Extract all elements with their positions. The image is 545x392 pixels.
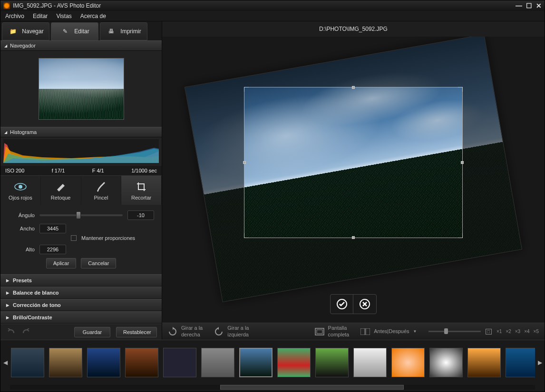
crop-handle-tr[interactable] bbox=[458, 87, 463, 92]
reset-button[interactable]: Restablecer bbox=[116, 327, 157, 337]
zoom-x3[interactable]: ×3 bbox=[515, 329, 520, 334]
angle-value[interactable]: -10 bbox=[127, 210, 154, 220]
confirm-button[interactable] bbox=[331, 295, 353, 314]
thumbnail[interactable] bbox=[125, 348, 158, 377]
filmstrip-scrollbar[interactable] bbox=[10, 385, 535, 390]
zoom-x5[interactable]: ×5 bbox=[534, 329, 539, 334]
acc-presets[interactable]: ▶Presets bbox=[0, 274, 162, 287]
zoom-slider[interactable] bbox=[428, 331, 481, 332]
height-value[interactable]: 2296 bbox=[39, 245, 66, 254]
main-toolbar: Girar a la derecha Girar a la izquierda … bbox=[162, 323, 545, 340]
redo-icon[interactable] bbox=[21, 328, 32, 336]
split-icon bbox=[360, 327, 370, 336]
tool-retouch[interactable]: Retoque bbox=[41, 176, 81, 205]
tab-edit[interactable]: ✎ Editar bbox=[51, 22, 98, 40]
fit-screen-icon[interactable]: □ bbox=[486, 329, 492, 335]
brush-icon bbox=[94, 181, 107, 193]
crop-handle-rm[interactable] bbox=[461, 161, 464, 164]
thumbnail[interactable] bbox=[315, 348, 349, 377]
tool-brush[interactable]: Pincel bbox=[81, 176, 122, 205]
cancel-button[interactable]: Cancelar bbox=[81, 258, 116, 268]
before-after-button[interactable]: Antes|Después ▼ bbox=[360, 327, 417, 336]
collapse-icon: ◢ bbox=[4, 44, 7, 48]
apply-button[interactable]: Aplicar bbox=[46, 258, 77, 268]
exif-bar: ISO 200 f 17/1 F 4/1 1/1000 sec bbox=[0, 166, 162, 175]
thumbnail[interactable] bbox=[11, 348, 44, 377]
save-button[interactable]: Guardar bbox=[74, 327, 110, 337]
keep-ratio-checkbox[interactable] bbox=[71, 235, 77, 241]
menu-edit[interactable]: Editar bbox=[33, 13, 48, 19]
thumbnail[interactable] bbox=[467, 348, 501, 377]
tool-crop[interactable]: Recortar bbox=[121, 176, 162, 205]
sidebar-footer: Guardar Restablecer bbox=[0, 324, 162, 340]
angle-slider[interactable] bbox=[39, 214, 123, 216]
thumbnail[interactable] bbox=[87, 348, 120, 377]
navigator-preview[interactable] bbox=[0, 51, 162, 127]
acc-label: Brillo/Contraste bbox=[13, 315, 52, 320]
panel-histogram-header[interactable]: ◢ Histograma bbox=[0, 127, 162, 137]
exif-shutter: 1/1000 sec bbox=[131, 168, 157, 173]
adjustments-accordion: ▶Presets ▶Balance de blanco ▶Corrección … bbox=[0, 274, 162, 324]
minimize-button[interactable]: — bbox=[516, 2, 522, 10]
acc-label: Corrección de tono bbox=[13, 302, 61, 308]
menu-about[interactable]: Acerca de bbox=[80, 13, 106, 19]
crop-handle-tl[interactable] bbox=[244, 87, 249, 92]
sidebar: 📁 Navegar ✎ Editar 🖶 Imprimir ◢ Navegado… bbox=[0, 21, 162, 340]
acc-brightness[interactable]: ▶Brillo/Contraste bbox=[0, 311, 162, 324]
acc-white-balance[interactable]: ▶Balance de blanco bbox=[0, 287, 162, 299]
zoom-x2[interactable]: ×2 bbox=[506, 329, 511, 334]
svg-rect-5 bbox=[317, 330, 322, 334]
acc-tone[interactable]: ▶Corrección de tono bbox=[0, 299, 162, 311]
button-label: Pantalla completa bbox=[328, 325, 350, 337]
eye-icon bbox=[14, 181, 27, 193]
menu-file[interactable]: Archivo bbox=[5, 13, 24, 19]
crop-controls: Ángulo -10 Ancho 3445 Mantener proporcio… bbox=[0, 205, 162, 274]
tab-browse[interactable]: 📁 Navegar bbox=[2, 22, 49, 40]
crop-handle-lm[interactable] bbox=[243, 161, 246, 164]
menu-views[interactable]: Vistas bbox=[56, 13, 71, 19]
zoom-x1[interactable]: ×1 bbox=[496, 329, 502, 334]
thumbnail[interactable] bbox=[353, 348, 387, 377]
chevron-right-icon: ▶ bbox=[6, 291, 9, 295]
histogram-panel bbox=[0, 137, 162, 166]
canvas[interactable] bbox=[162, 37, 545, 323]
rotate-right-button[interactable]: Girar a la derecha bbox=[168, 325, 203, 337]
crop-handle-bl[interactable] bbox=[244, 233, 249, 238]
crop-rectangle[interactable] bbox=[244, 87, 463, 238]
tab-label: Imprimir bbox=[120, 28, 141, 35]
crop-handle-bm[interactable] bbox=[352, 236, 355, 239]
thumbnail-selected[interactable] bbox=[239, 348, 272, 377]
rotate-left-button[interactable]: Girar a la izquierda bbox=[214, 325, 249, 337]
thumbnail[interactable] bbox=[163, 348, 196, 377]
close-button[interactable]: ✕ bbox=[536, 2, 542, 10]
fullscreen-button[interactable]: Pantalla completa bbox=[315, 325, 350, 337]
thumbnail[interactable] bbox=[429, 348, 463, 377]
tab-label: Navegar bbox=[22, 28, 43, 35]
crop-handle-br[interactable] bbox=[458, 233, 463, 238]
tab-print[interactable]: 🖶 Imprimir bbox=[100, 22, 147, 40]
thumbnail[interactable] bbox=[49, 348, 82, 377]
filmstrip-next[interactable]: ▶ bbox=[535, 359, 545, 366]
undo-icon[interactable] bbox=[5, 328, 16, 336]
wand-icon: ✎ bbox=[60, 27, 70, 36]
width-value[interactable]: 3445 bbox=[39, 224, 66, 233]
crop-handle-tm[interactable] bbox=[352, 86, 355, 89]
tab-label: Editar bbox=[74, 28, 89, 35]
maximize-button[interactable]: ☐ bbox=[526, 2, 532, 10]
filmstrip: ◀ ▶ bbox=[0, 340, 545, 385]
thumbnail[interactable] bbox=[201, 348, 234, 377]
acc-label: Balance de blanco bbox=[13, 290, 59, 296]
tool-redeye[interactable]: Ojos rojos bbox=[0, 176, 41, 205]
thumbnail[interactable] bbox=[277, 348, 311, 377]
filmstrip-prev[interactable]: ◀ bbox=[0, 359, 10, 366]
tool-label: Ojos rojos bbox=[9, 195, 32, 201]
panel-navigator-header[interactable]: ◢ Navegador bbox=[0, 40, 162, 51]
menu-bar: Archivo Editar Vistas Acerca de bbox=[0, 11, 545, 21]
thumbnail[interactable] bbox=[506, 348, 535, 377]
filmstrip-track[interactable] bbox=[10, 345, 535, 380]
thumbnail[interactable] bbox=[391, 348, 425, 377]
zoom-x4[interactable]: ×4 bbox=[524, 329, 529, 334]
zoom-control: □ ×1 ×2 ×3 ×4 ×5 bbox=[428, 329, 539, 335]
reject-button[interactable] bbox=[353, 295, 376, 314]
chevron-right-icon: ▶ bbox=[6, 278, 9, 283]
